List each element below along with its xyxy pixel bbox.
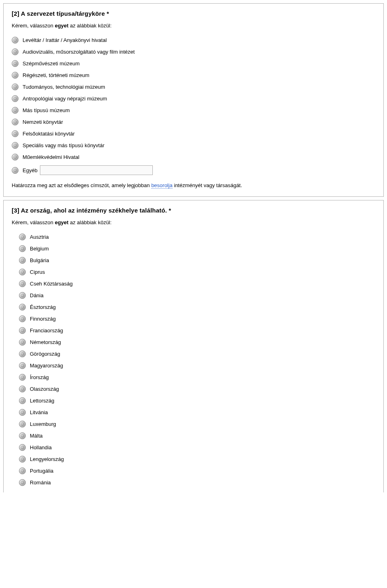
radio-icon[interactable] [19,234,26,240]
q3-option-label: Észtország [30,304,56,310]
q3-option-row[interactable]: Franciaország [12,327,375,334]
radio-icon[interactable] [19,280,26,287]
q3-option-label: Málta [30,433,43,439]
q3-option-row[interactable]: Lettország [12,397,375,404]
q2-option-row[interactable]: Felsőoktatási könyvtár [12,130,375,137]
question-2-block: [2] A szervezet típusa/tárgyköre * Kérem… [3,3,384,197]
instruction-text-bold: egyet [55,23,69,29]
radio-icon[interactable] [19,362,26,369]
q2-other-input[interactable] [40,165,153,175]
q2-option-row[interactable]: Antropológiai vagy néprajzi múzeum [12,95,375,102]
q3-option-label: Ausztria [30,234,49,240]
radio-icon[interactable] [19,479,26,486]
radio-icon[interactable] [19,350,26,357]
q3-option-row[interactable]: Cseh Köztársaság [12,280,375,287]
q2-option-row[interactable]: Audiovizuális, műsorszolgáltató vagy fil… [12,48,375,55]
radio-icon[interactable] [12,107,19,114]
q3-option-row[interactable]: Olaszország [12,386,375,392]
question-3-title: [3] Az ország, ahol az intézmény székhel… [12,207,375,214]
q3-option-row[interactable]: Portugália [12,467,375,474]
q3-option-row[interactable]: Magyarország [12,362,375,369]
radio-icon[interactable] [19,421,26,427]
q3-option-label: Németország [30,339,61,345]
q3-option-row[interactable]: Litvánia [12,409,375,416]
radio-icon[interactable] [19,292,26,299]
q3-option-row[interactable]: Bulgária [12,257,375,264]
radio-icon[interactable] [19,269,26,275]
radio-icon[interactable] [19,409,26,416]
q3-option-row[interactable]: Írország [12,374,375,381]
radio-icon[interactable] [19,456,26,463]
q3-option-label: Belgium [30,246,49,252]
q3-option-label: Olaszország [30,386,59,392]
radio-icon[interactable] [12,119,19,125]
q2-option-label: Szépművészeti múzeum [23,60,80,67]
q3-option-row[interactable]: Finnország [12,315,375,322]
q3-option-label: Írország [30,374,49,380]
radio-icon[interactable] [19,327,26,334]
q3-option-row[interactable]: Hollandia [12,444,375,451]
q3-option-row[interactable]: Dánia [12,292,375,299]
q3-option-row[interactable]: Luxemburg [12,421,375,427]
instruction-text-bold: egyet [55,219,69,225]
radio-icon[interactable] [19,315,26,322]
q3-option-label: Finnország [30,316,56,322]
q3-option-row[interactable]: Németország [12,339,375,346]
radio-icon[interactable] [12,48,19,55]
q3-option-row[interactable]: Ciprus [12,269,375,275]
q2-option-row[interactable]: Régészeti, történeti múzeum [12,72,375,79]
instruction-text-prefix: Kérem, válasszon [12,219,55,225]
q2-option-row[interactable]: Szépművészeti múzeum [12,60,375,67]
radio-icon[interactable] [19,397,26,404]
radio-icon[interactable] [12,37,19,44]
radio-icon[interactable] [12,60,19,67]
q3-option-label: Lettország [30,398,54,404]
q3-option-label: Görögország [30,351,60,357]
radio-icon[interactable] [19,444,26,451]
q2-option-row[interactable]: Tudományos, technológiai múzeum [12,83,375,90]
q3-option-row[interactable]: Lengyelország [12,456,375,463]
radio-icon[interactable] [19,339,26,346]
q3-option-label: Luxemburg [30,421,56,427]
radio-icon[interactable] [12,154,19,161]
q2-option-row[interactable]: Más típusú múzeum [12,107,375,114]
radio-icon[interactable] [12,72,19,79]
q2-option-row[interactable]: Levéltár / Irattár / Anyakönyvi hivatal [12,37,375,44]
radio-icon[interactable] [19,432,26,439]
q3-option-row[interactable]: Belgium [12,245,375,252]
radio-icon[interactable] [19,245,26,252]
q3-option-row[interactable]: Málta [12,432,375,439]
q2-option-row[interactable]: Műemlékvédelmi Hivatal [12,154,375,161]
radio-icon[interactable] [12,95,19,102]
radio-icon[interactable] [12,142,19,149]
q2-option-label: Régészeti, történeti múzeum [23,72,89,78]
helper-suffix: intézményét vagy társaságát. [173,182,242,188]
q3-option-row[interactable]: Románia [12,479,375,486]
q2-option-row[interactable]: Speciális vagy más típusú könyvtár [12,142,375,149]
radio-icon[interactable] [19,467,26,474]
instruction-text-suffix: az alábbiak közül: [69,219,112,225]
radio-icon[interactable] [19,374,26,381]
q3-option-label: Ciprus [30,269,45,275]
radio-icon[interactable] [19,257,26,264]
q3-option-row[interactable]: Ausztria [12,234,375,240]
question-2-title: [2] A szervezet típusa/tárgyköre * [12,10,375,17]
helper-prefix: Határozza meg azt az elsődleges címszót,… [12,182,151,188]
radio-icon[interactable] [12,130,19,137]
q3-option-label: Románia [30,480,51,486]
q3-option-label: Lengyelország [30,456,64,462]
q3-option-label: Hollandia [30,444,52,450]
q3-option-row[interactable]: Görögország [12,350,375,357]
radio-icon[interactable] [19,386,26,392]
radio-icon[interactable] [19,304,26,311]
q2-other-row[interactable]: Egyéb [12,165,375,175]
q2-option-row[interactable]: Nemzeti könyvtár [12,119,375,125]
helper-link[interactable]: besorolja [151,182,173,189]
q3-option-label: Bulgária [30,257,49,263]
radio-icon[interactable] [12,83,19,90]
radio-icon[interactable] [12,167,19,174]
q3-option-label: Litvánia [30,409,48,415]
instruction-text-suffix: az alábbiak közül: [69,23,112,29]
q2-other-label: Egyéb [23,167,37,173]
q3-option-row[interactable]: Észtország [12,304,375,311]
